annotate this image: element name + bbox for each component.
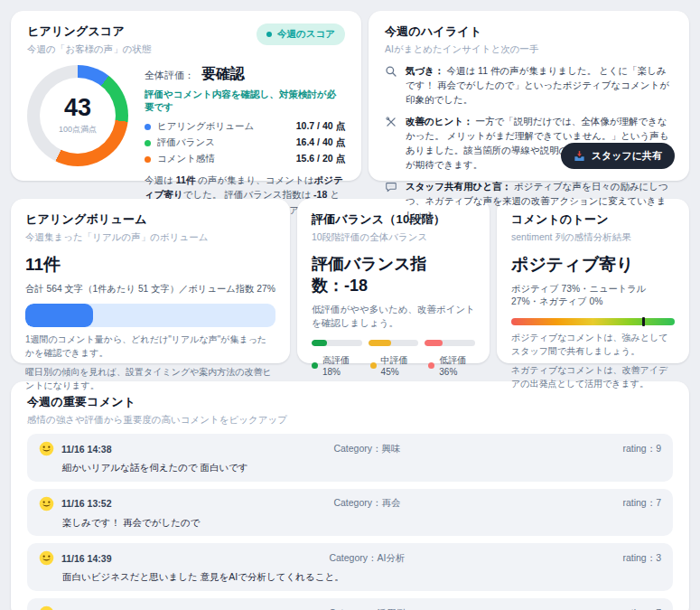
donut-center: 43 100点満点 (40, 78, 116, 154)
tone-note-1: ポジティブなコメントは、強みとしてスタッフ間で共有しましょう。 (511, 332, 675, 358)
highlight-card-title: 今週のハイライト (385, 23, 673, 40)
legend-dot-icon (312, 362, 318, 369)
balance-note: 低評価がやや多いため、改善ポイントを確認しましょう。 (312, 303, 475, 330)
comment-category: Category：AI分析 (118, 552, 615, 565)
tone-card: コメントのトーン sentiment 列の感情分析結果 ポジティブ寄り ポジティ… (497, 199, 689, 363)
score-card-title: ヒアリングスコア (27, 23, 151, 40)
legend-value: 15.6 / 20 点 (296, 153, 345, 165)
comment-category: Category：再会 (118, 497, 615, 510)
score-donut-chart: 43 100点満点 (27, 65, 128, 166)
high-rating-bar (312, 340, 362, 346)
balance-card-subtitle: 10段階評価の全体バランス (312, 231, 475, 244)
low-rating-bar (425, 340, 475, 346)
volume-progress-bar (25, 304, 275, 327)
legend-dot-icon (145, 156, 151, 163)
inbox-tray-icon (574, 150, 585, 162)
mid-rating-fill (369, 340, 391, 346)
comment-rating: rating：7 (622, 497, 661, 510)
smiley-grin-icon (39, 550, 54, 566)
comment-row[interactable]: 11/16 14:39 Category：AI分析 rating：3 面白いビジ… (27, 543, 673, 591)
score-value: 43 (64, 96, 91, 120)
tone-headline: ポジティブ寄り (511, 253, 675, 277)
legend-label: コメント感情 (157, 153, 215, 165)
comment-time: 11/16 14:38 (61, 444, 111, 455)
volume-card-title: ヒアリングボリューム (25, 211, 275, 228)
score-max-label: 100点満点 (59, 124, 97, 136)
badge-dot-icon (266, 32, 272, 37)
volume-card: ヒアリングボリューム 今週集まった「リアルの声」のボリューム 11件 合計 56… (11, 199, 290, 363)
legend-row-sentiment: コメント感情 15.6 / 20 点 (145, 153, 345, 165)
top-row: ヒアリングスコア 今週の「お客様の声」の状態 今週のスコア 43 100点満点 … (11, 11, 689, 181)
comment-text: 細かいリアルな話を伺えたので 面白いです (62, 461, 661, 474)
overall-rating-label: 全体評価： (145, 69, 194, 82)
important-comments-card: 今週の重要コメント 感情の強さや評価から重要度の高いコメントをピックアップ 11… (11, 381, 689, 610)
smiley-grin-icon (39, 605, 54, 610)
comment-row[interactable]: 11/16 13:52 Category：再会 rating：7 楽しみです！ … (27, 489, 673, 537)
weekly-highlight-card: 今週のハイライト AIがまとめたインサイトと次の一手 気づき： 今週は 11 件… (369, 11, 689, 181)
legend-label: 評価バランス (157, 136, 215, 149)
balance-index-headline: 評価バランス指数：-18 (312, 253, 475, 296)
week-score-badge: 今週のスコア (257, 23, 345, 45)
hearing-score-card: ヒアリングスコア 今週の「お客様の声」の状態 今週のスコア 43 100点満点 … (11, 11, 361, 181)
low-rating-fill (425, 340, 443, 346)
high-rating-fill (312, 340, 327, 346)
tools-icon (385, 115, 398, 172)
speech-bubble-icon (385, 180, 398, 222)
smiley-grin-icon (39, 441, 54, 456)
score-card-subtitle: 今週の「お客様の声」の状態 (27, 43, 151, 56)
legend-row-balance: 評価バランス 16.4 / 40 点 (145, 136, 345, 149)
highlight-item-staff-note: スタッフ共有用ひと言： ポジティブな声を日々の励みにしつつ、ネガティブな声を来週… (385, 180, 673, 222)
badge-label: 今週のスコア (277, 28, 335, 41)
overall-rating-note: 評価やコメント内容を確認し、対策検討が必要です (145, 89, 345, 114)
comment-row[interactable]: 11/16 14:13 Category：活用例 rating：7 AIとの新し… (27, 598, 673, 610)
balance-card: 評価バランス（10段階） 10段階評価の全体バランス 評価バランス指数：-18 … (297, 199, 490, 363)
legend-row-volume: ヒアリングボリューム 10.7 / 40 点 (145, 120, 345, 133)
legend-dot-icon (370, 362, 377, 369)
comment-row[interactable]: 11/16 14:38 Category：興味 rating：9 細かいリアルな… (27, 434, 673, 482)
share-to-staff-button[interactable]: スタッフに共有 (561, 143, 675, 169)
comment-text: 楽しみです！ 再会でがしたので (62, 516, 661, 530)
mid-rating-bar (369, 340, 419, 346)
comment-category: Category：興味 (118, 443, 615, 455)
tone-note-2: ネガティブなコメントは、改善アイデアの出発点として活用できます。 (511, 364, 675, 390)
volume-note-2: 曜日別の傾向を見れば、設置タイミングや案内方法の改善ヒントになります。 (25, 366, 275, 392)
legend-label: ヒアリングボリューム (157, 120, 254, 133)
comment-rating: rating：9 (622, 443, 661, 455)
comment-rating: rating：7 (622, 607, 661, 610)
volume-card-subtitle: 今週集まった「リアルの声」のボリューム (25, 231, 275, 244)
legend-dot-icon (428, 362, 434, 369)
sentiment-gradient-bar (511, 318, 675, 325)
comment-category: Category：活用例 (118, 607, 615, 610)
smiley-grin-icon (39, 496, 54, 511)
sentiment-marker (642, 317, 645, 326)
legend-dot-icon (145, 140, 151, 146)
volume-meta: 合計 564 文字（1件あたり 51 文字）／ボリューム指数 27% (25, 283, 275, 296)
comments-card-subtitle: 感情の強さや評価から重要度の高いコメントをピックアップ (27, 414, 673, 427)
highlight-card-subtitle: AIがまとめたインサイトと次の一手 (385, 43, 673, 56)
legend-dot-icon (145, 124, 151, 130)
balance-bars (312, 340, 475, 346)
comment-time: 11/16 13:52 (61, 498, 111, 509)
highlight-item-insight: 気づき： 今週は 11 件の声が集まりました。 とくに「楽しみです！ 再会でがし… (385, 64, 673, 107)
volume-count: 11件 (25, 253, 275, 277)
tone-breakdown: ポジティブ 73%・ニュートラル 27%・ネガティブ 0% (511, 283, 675, 308)
legend-value: 10.7 / 40 点 (296, 120, 345, 133)
volume-note-1: 1週間のコメント量から、どれだけ"リアルな声"が集まったかを確認できます。 (25, 333, 275, 360)
overall-rating-value: 要確認 (201, 65, 245, 84)
legend-value: 16.4 / 40 点 (296, 136, 345, 149)
magnifier-icon (385, 64, 398, 107)
comments-card-title: 今週の重要コメント (27, 394, 673, 410)
middle-row: ヒアリングボリューム 今週集まった「リアルの声」のボリューム 11件 合計 56… (11, 199, 689, 363)
comment-time: 11/16 14:39 (61, 553, 111, 564)
balance-legend: 高評価 18% 中評価 45% 低評価 36% (312, 354, 475, 377)
comment-text: 面白いビジネスだと思いました 意見をAIで分析してくれること。 (62, 570, 661, 584)
comment-rating: rating：3 (622, 552, 661, 565)
tone-card-subtitle: sentiment 列の感情分析結果 (511, 231, 675, 244)
volume-progress-fill (25, 304, 93, 327)
